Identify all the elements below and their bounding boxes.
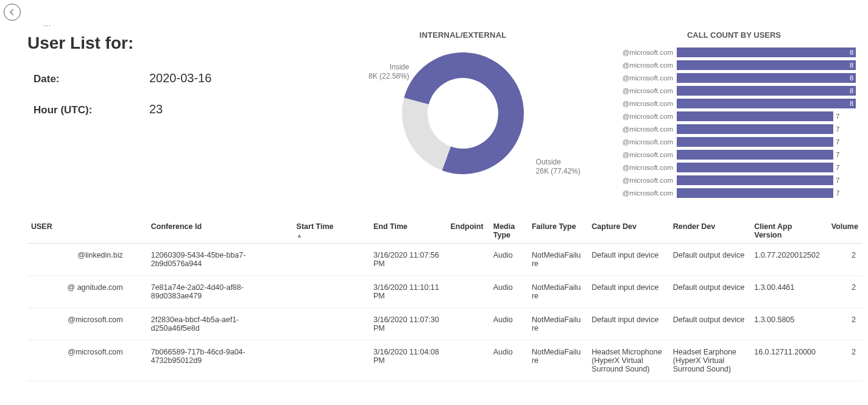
table-header[interactable]: Volume <box>828 219 862 244</box>
bar-row[interactable]: @microsoft.com8 <box>612 47 856 57</box>
bar-row[interactable]: @microsoft.com7 <box>612 136 856 147</box>
table-header[interactable]: Client App Version <box>750 219 827 244</box>
bar-user-label: @microsoft.com <box>612 164 677 171</box>
bar-user-label: @microsoft.com <box>612 151 677 158</box>
table-row[interactable]: @microsoft.com7b066589-717b-46cd-9a04-47… <box>27 340 862 381</box>
bar-fill <box>677 175 833 185</box>
donut-chart[interactable]: Inside8K (22.58%)Outside26K (77.42%) <box>393 43 533 183</box>
table-cell: 7b066589-717b-46cd-9a04-4732b95012d9 <box>147 340 293 381</box>
bar-track: 7 <box>677 175 856 185</box>
call-count-title: CALL COUNT BY USERS <box>612 30 856 40</box>
table-cell: Default output device <box>669 276 750 308</box>
bar-track: 8 <box>677 48 856 57</box>
sort-asc-icon: ▲ <box>297 232 364 239</box>
table-cell: @microsoft.com <box>27 340 147 381</box>
bar-value: 8 <box>847 60 856 70</box>
bar-user-label: @microsoft.com <box>612 189 677 197</box>
date-label: Date: <box>34 73 149 85</box>
table-cell: 1.3.00.4461 <box>750 276 827 308</box>
table-cell: 2f2830ea-bbcf-4b5a-aef1-d250a46f5e8d <box>147 308 293 340</box>
table-cell: Audio <box>490 340 528 381</box>
table-row[interactable]: @ agnitude.com7e81a74e-2a02-4d40-af88-89… <box>27 276 862 308</box>
table-cell: 3/16/2020 11:10:11 PM <box>370 276 446 308</box>
table-header[interactable]: Failure Type <box>528 219 588 244</box>
table-cell <box>446 340 489 381</box>
bar-track: 7 <box>677 163 856 172</box>
table-cell: NotMediaFailure <box>528 308 588 340</box>
table-cell: 2 <box>828 276 862 308</box>
bar-user-label: @microsoft.com <box>612 113 677 120</box>
table-header[interactable]: USER <box>27 219 147 244</box>
bar-row[interactable]: @microsoft.com7 <box>612 175 856 185</box>
bar-row[interactable]: @microsoft.com7 <box>612 124 856 134</box>
internal-external-chart: INTERNAL/EXTERNAL Inside8K (22.58%)Outsi… <box>320 30 606 183</box>
chart-title: INTERNAL/EXTERNAL <box>320 30 606 40</box>
bar-value: 8 <box>847 48 856 57</box>
bar-fill <box>677 48 856 57</box>
table-cell: Default input device <box>588 276 669 308</box>
donut-label-outside: Outside26K (77.42%) <box>536 158 580 176</box>
bar-row[interactable]: @microsoft.com8 <box>612 85 856 96</box>
table-cell: Audio <box>490 276 528 308</box>
bar-track: 7 <box>677 188 856 198</box>
table-cell: 2 <box>828 308 862 340</box>
bar-user-label: @microsoft.com <box>612 62 677 69</box>
bar-track: 7 <box>677 137 856 147</box>
bar-value: 7 <box>833 175 842 185</box>
back-button[interactable] <box>4 4 21 21</box>
table-header[interactable]: Render Dev <box>669 219 750 244</box>
bar-row[interactable]: @microsoft.com7 <box>612 111 856 121</box>
bar-user-label: @microsoft.com <box>612 74 677 82</box>
bar-user-label: @microsoft.com <box>612 87 677 94</box>
bar-fill <box>677 124 833 134</box>
donut-label-inside: Inside8K (22.58%) <box>369 63 409 81</box>
table-cell: NotMediaFailure <box>528 244 588 276</box>
bar-track: 7 <box>677 150 856 160</box>
bar-user-label: @microsoft.com <box>612 49 677 56</box>
bar-row[interactable]: @microsoft.com7 <box>612 149 856 160</box>
bar-row[interactable]: @microsoft.com7 <box>612 188 856 198</box>
table-row[interactable]: @linkedin.biz12060309-5434-45be-bba7-2b9… <box>27 244 862 276</box>
bar-row[interactable]: @microsoft.com8 <box>612 72 856 83</box>
table-cell <box>293 340 370 381</box>
table-header[interactable]: Endpoint <box>446 219 489 244</box>
page-title: User List for: <box>27 33 314 53</box>
table-header[interactable]: Media Type <box>490 219 528 244</box>
bar-track: 7 <box>677 124 856 134</box>
table-cell: 3/16/2020 11:07:56 PM <box>370 244 446 276</box>
bar-fill <box>677 60 856 70</box>
bar-row[interactable]: @microsoft.com8 <box>612 60 856 70</box>
table-cell: 1.0.77.2020012502 <box>750 244 827 276</box>
bar-value: 7 <box>833 188 842 198</box>
table-cell: NotMediaFailure <box>528 276 588 308</box>
bar-value: 7 <box>833 111 842 121</box>
bar-row[interactable]: @microsoft.com8 <box>612 98 856 108</box>
date-value: 2020-03-16 <box>149 71 211 85</box>
table-cell <box>293 244 370 276</box>
bar-fill <box>677 163 833 172</box>
bar-fill <box>677 150 833 160</box>
bar-value: 7 <box>833 124 842 134</box>
table-cell: Default input device <box>588 244 669 276</box>
table-header[interactable]: Conference Id <box>147 219 293 244</box>
bar-value: 8 <box>847 99 856 108</box>
bar-value: 7 <box>833 150 842 160</box>
info-panel: User List for: Date: 2020-03-16 Hour (UT… <box>27 30 314 133</box>
more-icon[interactable]: … <box>43 18 52 28</box>
bar-fill <box>677 111 833 121</box>
bar-value: 8 <box>847 86 856 96</box>
table-header[interactable]: Start Time▲ <box>293 219 370 244</box>
table-cell <box>446 244 489 276</box>
table-cell: 12060309-5434-45be-bba7-2b9d0576a944 <box>147 244 293 276</box>
bar-fill <box>677 99 856 108</box>
table-cell <box>293 276 370 308</box>
table-cell: @linkedin.biz <box>27 244 147 276</box>
table-cell: 1.3.00.5805 <box>750 308 827 340</box>
table-cell: 3/16/2020 11:07:30 PM <box>370 308 446 340</box>
table-header[interactable]: Capture Dev <box>588 219 669 244</box>
table-cell <box>293 308 370 340</box>
bar-track: 8 <box>677 73 856 83</box>
table-row[interactable]: @microsoft.com2f2830ea-bbcf-4b5a-aef1-d2… <box>27 308 862 340</box>
bar-row[interactable]: @microsoft.com7 <box>612 162 856 172</box>
table-header[interactable]: End Time <box>370 219 446 244</box>
